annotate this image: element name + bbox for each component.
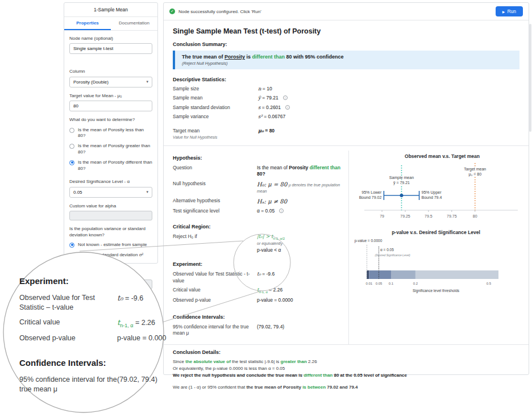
- stat-row-target-mean: Target meanValue for Null Hypothesis μ₀ …: [173, 128, 519, 141]
- run-button-label: Run: [507, 9, 516, 14]
- critical-value-row: Critical value tn-1, α = 2.26: [173, 287, 344, 294]
- radio-icon: [69, 128, 74, 133]
- confidence-intervals-heading: Confidence Intervals:: [173, 314, 344, 320]
- charts-column: Observed mean v.s. Target mean7979.2579.…: [349, 151, 519, 344]
- caret-down-icon: ▾: [146, 80, 148, 84]
- panel-tabs: Properties Documentation: [64, 17, 157, 31]
- svg-text:p-value v.s. Desired Significa: p-value v.s. Desired Significance Level: [392, 230, 480, 235]
- radio-option-different-than[interactable]: Is the mean of Porosity different than 8…: [69, 160, 152, 172]
- significance-select-value: 0.05: [73, 190, 82, 195]
- svg-text:95% Upper: 95% Upper: [422, 190, 442, 195]
- conclusion-details-heading: Conclusion Details:: [173, 349, 519, 355]
- node-name-label: Node name (optional): [69, 36, 152, 41]
- svg-text:Observed mean v.s. Target mean: Observed mean v.s. Target mean: [405, 153, 480, 159]
- svg-text:Significance level thresholds: Significance level thresholds: [413, 289, 460, 293]
- info-icon[interactable]: i: [285, 105, 290, 110]
- p-value-svg: p-value v.s. Desired Significance Levelp…: [352, 228, 520, 306]
- custom-alpha-input: [69, 211, 152, 220]
- custom-alpha-label: Custom value for alpha: [69, 203, 152, 209]
- svg-text:Sample mean: Sample mean: [389, 176, 414, 180]
- node-type-title: 1-Sample Mean: [64, 3, 157, 17]
- determine-question-label: What do you want to determine?: [69, 117, 152, 123]
- conclusion-summary-note: (Reject Null Hypothesis): [182, 61, 513, 66]
- radio-icon-selected: [69, 243, 74, 248]
- svg-text:79.75: 79.75: [447, 214, 457, 218]
- radio-option-not-known[interactable]: Not known - estimate from sample: [69, 242, 152, 248]
- svg-text:0.2: 0.2: [413, 282, 418, 285]
- info-icon[interactable]: i: [279, 208, 284, 213]
- magnified-confidence-heading: Confidence Intervals:: [19, 358, 168, 368]
- properties-panel: 1-Sample Mean Properties Documentation N…: [64, 2, 158, 264]
- check-circle-icon: ✓: [169, 9, 175, 14]
- svg-text:80: 80: [473, 214, 477, 218]
- svg-text:79: 79: [380, 214, 384, 218]
- radio-icon-selected: [69, 160, 74, 165]
- svg-text:Target mean: Target mean: [464, 167, 486, 172]
- node-name-input[interactable]: Single sample t-test: [69, 43, 152, 54]
- conclusion-line-2: Or equivalently, the p-value 0.0000 is l…: [173, 365, 519, 372]
- svg-text:0.5: 0.5: [487, 282, 492, 285]
- observed-vs-target-chart: Observed mean v.s. Target mean7979.2579.…: [352, 152, 519, 227]
- radio-option-stddev-specified[interactable]: Population standard deviation σ² specifi…: [69, 252, 152, 265]
- stat-row-sample-mean: Sample mean ȳ = 79.21i: [173, 95, 519, 101]
- radio-icon: [69, 253, 74, 258]
- significance-level-label: Desired Significance Level - α: [69, 179, 152, 185]
- results-body: Single Sample Mean Test (t-test) of Poro…: [164, 20, 529, 397]
- radio-option-less-than[interactable]: Is the mean of Porosity less than 80?: [69, 127, 152, 140]
- magnified-test-statistic-row: Observed Value for Test Statistic – t-va…: [19, 293, 168, 312]
- svg-text:α = 0.05: α = 0.05: [380, 248, 394, 252]
- observed-vs-target-svg: Observed mean v.s. Target mean7979.2579.…: [352, 152, 520, 224]
- stat-row-sample-variance: Sample variance s² = 0.06767: [173, 114, 519, 120]
- test-statistic-row: Observed Value for Test Statistic - t-va…: [173, 271, 344, 284]
- target-mean-input[interactable]: 80: [69, 101, 152, 111]
- svg-text:p-value = 0.0000: p-value = 0.0000: [355, 239, 383, 243]
- descriptive-stats-heading: Descriptive Statistics:: [173, 77, 519, 82]
- conclusion-line-3: We reject the null hypothesis and conclu…: [173, 372, 519, 379]
- svg-text:Bound 79.02: Bound 79.02: [359, 195, 382, 199]
- magnified-p-value-row: Observed p-value p-value = 0.000: [19, 333, 168, 343]
- tab-documentation[interactable]: Documentation: [111, 17, 157, 30]
- column-label: Column: [69, 69, 152, 74]
- critical-region-row: Reject H₀ if |t₀| > tn-1, α/2 or equival…: [173, 233, 344, 254]
- status-message: Node successfully configured. Click 'Run…: [178, 9, 496, 14]
- properties-form: Node name (optional) Single sample t-tes…: [64, 31, 157, 294]
- target-mean-label: Target value for Mean - μ₀: [69, 93, 152, 99]
- conclusion-line-1: Since the absolute value of the test sta…: [173, 358, 519, 365]
- significance-level-select[interactable]: 0.05 ▾: [69, 187, 152, 198]
- significance-level-row: Test significance level α = 0.05i: [173, 208, 344, 214]
- stat-row-sample-std: Sample standard deviation s = 0.2601i: [173, 105, 519, 111]
- svg-text:79.25: 79.25: [400, 214, 410, 218]
- info-icon[interactable]: i: [283, 95, 288, 100]
- stat-row-sample-size: Sample size n = 10: [173, 86, 519, 92]
- hypothesis-question-row: Question Is the mean of Porosity differe…: [173, 165, 344, 178]
- conclusion-summary-text: The true mean of Porosity is different t…: [182, 54, 513, 60]
- tab-properties[interactable]: Properties: [64, 17, 111, 30]
- caret-down-icon: ▾: [146, 190, 148, 194]
- run-button[interactable]: ▶ Run: [496, 6, 523, 16]
- svg-text:0.05: 0.05: [376, 282, 383, 285]
- results-panel: ✓ Node successfully configured. Click 'R…: [163, 2, 529, 375]
- std-dev-label: Standard Deviation: [69, 272, 152, 277]
- scrollbar[interactable]: [529, 24, 531, 132]
- variance-known-label: Is the population variance or standard d…: [69, 226, 152, 238]
- play-icon: ▶: [502, 10, 505, 14]
- svg-text:(Desired Significance Level): (Desired Significance Level): [375, 253, 410, 257]
- experiment-heading: Experiment:: [173, 261, 344, 267]
- p-value-chart: p-value v.s. Desired Significance Levelp…: [352, 228, 519, 308]
- results-columns: Hypothesis: Question Is the mean of Poro…: [173, 151, 519, 344]
- radio-option-greater-than[interactable]: Is the mean of Porosity greater than 80?: [69, 143, 152, 156]
- conclusion-line-4: We are (1 - α) or 95% confident that the…: [173, 384, 519, 391]
- column-select-value: Porosity (Double): [73, 80, 109, 85]
- radio-icon: [69, 144, 74, 149]
- svg-text:μ₀ = 80: μ₀ = 80: [468, 172, 481, 177]
- p-value-row: Observed p-value p-value = 0.0000: [173, 297, 344, 303]
- svg-text:ȳ = 79.21: ȳ = 79.21: [393, 181, 410, 185]
- target-mean-note: Value for Null Hypothesis: [173, 135, 217, 139]
- hypothesis-heading: Hypothesis:: [173, 155, 344, 161]
- alternative-hypothesis-row: Alternative hypothesis Hₐ: μ ≠ 80: [173, 198, 344, 206]
- test-details-column: Hypothesis: Question Is the mean of Poro…: [173, 151, 349, 344]
- column-select[interactable]: Porosity (Double) ▾: [69, 77, 152, 87]
- null-hypothesis-row: Null hypothesis H₀: μ = 80 μ denotes the…: [173, 181, 344, 195]
- magnifier-content: Experiment: Observed Value for Test Stat…: [19, 276, 168, 399]
- magnified-critical-value-row: Critical value tn-1, α = 2.26: [19, 318, 168, 329]
